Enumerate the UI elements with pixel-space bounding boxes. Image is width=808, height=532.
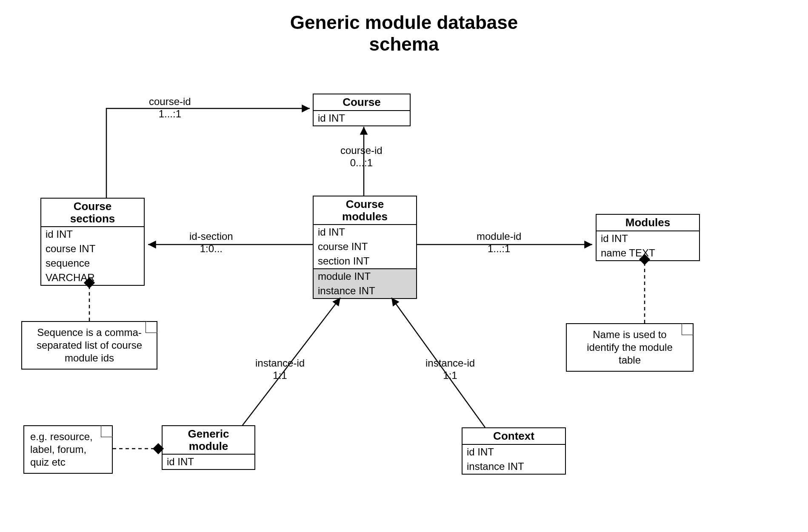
entity-course-field: id INT: [314, 111, 410, 125]
entity-course-modules: Course modules id INT course INT section…: [313, 196, 417, 299]
dogear-icon: [146, 321, 157, 333]
entity-generic-module-field: id INT: [163, 455, 254, 469]
note-generic-module: e.g. resource, label, forum, quiz etc: [23, 425, 113, 474]
entity-course-sections-field: sequence: [41, 256, 144, 270]
entity-context-field: id INT: [463, 445, 565, 459]
entity-modules-field: id INT: [597, 231, 699, 246]
entity-generic-module-name: Generic module: [163, 426, 254, 455]
entity-course-modules-name: Course modules: [314, 196, 416, 225]
entity-context-field: instance INT: [463, 459, 565, 474]
entity-course-sections-field: VARCHAR: [41, 270, 144, 285]
note-course-sections: Sequence is a comma- separated list of c…: [21, 321, 157, 370]
edge-label-cm-modules: module-id 1...:1: [477, 230, 521, 255]
entity-course-modules-field: course INT: [314, 239, 416, 254]
entity-course-sections: Course sections id INT course INT sequen…: [40, 198, 145, 286]
edge-label-cm-cs: id-section 1:0...: [189, 230, 233, 255]
edge-label-cs-course: course-id 1...:1: [149, 96, 191, 120]
entity-course-name: Course: [314, 94, 410, 111]
entity-course-sections-name: Course sections: [41, 199, 144, 227]
edge-label-cm-course: course-id 0...:1: [340, 145, 383, 169]
edge-cs-to-course: [106, 108, 310, 198]
entity-course-modules-field: instance INT: [314, 284, 416, 298]
entity-course-modules-field: section INT: [314, 254, 416, 268]
dogear-icon: [682, 323, 694, 335]
title-line-2: schema: [369, 34, 439, 54]
entity-course: Course id INT: [313, 94, 411, 126]
svg-marker-1: [101, 425, 113, 437]
entity-course-sections-field: course INT: [41, 242, 144, 256]
entity-modules: Modules id INT name TEXT: [596, 214, 700, 261]
title-line-1: Generic module database: [290, 12, 518, 33]
entity-course-sections-field: id INT: [41, 227, 144, 242]
entity-course-modules-field: id INT: [314, 225, 416, 239]
diagram-canvas: Generic module database schema Course id…: [0, 0, 808, 532]
entity-modules-name: Modules: [597, 215, 699, 231]
note-modules: Name is used to identify the module tabl…: [566, 323, 694, 372]
diagram-title: Generic module database schema: [0, 12, 808, 55]
entity-context: Context id INT instance INT: [462, 427, 566, 475]
entity-generic-module: Generic module id INT: [162, 425, 255, 470]
edge-label-gm-cm: instance-id 1:1: [255, 357, 305, 382]
svg-marker-0: [146, 321, 157, 333]
entity-context-name: Context: [463, 428, 565, 445]
edge-label-ctx-cm: instance-id 1:1: [425, 357, 475, 382]
dogear-icon: [101, 425, 113, 437]
entity-modules-field: name TEXT: [597, 246, 699, 260]
entity-course-modules-field: module INT: [314, 268, 416, 284]
svg-marker-2: [682, 323, 694, 335]
